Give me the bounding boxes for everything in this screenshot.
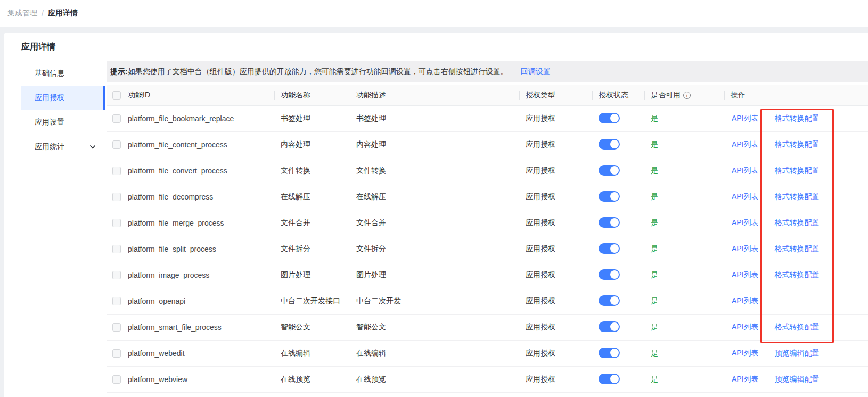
available-cell: 是 [644, 114, 724, 123]
feature-desc-cell: 文件拆分 [350, 244, 519, 254]
config-link[interactable]: 格式转换配置 [775, 114, 820, 123]
auth-status-cell [592, 269, 644, 282]
feature-id-cell: platform_file_merge_process [122, 219, 274, 227]
feature-name-cell: 文件拆分 [274, 244, 350, 254]
actions-cell: API列表 格式转换配置 [724, 322, 868, 332]
auth-status-toggle[interactable] [599, 295, 620, 306]
row-checkbox[interactable] [112, 349, 121, 358]
feature-desc-cell: 在线预览 [350, 375, 519, 384]
table-row: platform_image_process 图片处理 图片处理 应用授权 是 … [107, 262, 868, 288]
available-cell: 是 [644, 322, 724, 332]
row-checkbox[interactable] [112, 193, 121, 201]
auth-status-toggle[interactable] [599, 217, 620, 228]
auth-status-cell [592, 113, 644, 125]
api-list-link[interactable]: API列表 [732, 218, 759, 228]
config-link[interactable]: 格式转换配置 [775, 166, 820, 176]
row-checkbox[interactable] [112, 114, 121, 123]
auth-type-cell: 应用授权 [519, 296, 592, 306]
col-header-available-label: 是否可用 [651, 90, 681, 100]
feature-id-cell: platform_file_convert_process [122, 167, 274, 175]
sidebar-item-app-authorization[interactable]: 应用授权 [21, 86, 105, 110]
row-checkbox-cell [107, 245, 122, 253]
auth-status-toggle[interactable] [599, 269, 620, 280]
sidebar-item-label: 应用设置 [35, 118, 64, 127]
row-checkbox[interactable] [112, 219, 121, 227]
auth-status-toggle[interactable] [599, 243, 620, 254]
actions-cell: API列表 格式转换配置 [724, 192, 868, 202]
api-list-link[interactable]: API列表 [732, 270, 759, 280]
row-checkbox-cell [107, 193, 122, 201]
auth-status-toggle[interactable] [599, 348, 620, 358]
auth-status-cell [592, 348, 644, 360]
api-list-link[interactable]: API列表 [732, 296, 759, 306]
feature-desc-cell: 图片处理 [350, 270, 519, 280]
api-list-link[interactable]: API列表 [732, 114, 759, 123]
row-checkbox-cell [107, 375, 122, 384]
actions-cell: API列表 预览编辑配置 [724, 375, 868, 384]
app-detail-card: 应用详情 基础信息 应用授权 应用设置 应用统计 提示: 如 [4, 33, 868, 397]
auth-status-toggle[interactable] [599, 139, 620, 150]
table-row: platform_file_content_process 内容处理 内容处理 … [107, 132, 868, 158]
notice-prefix: 提示: [110, 67, 128, 77]
select-all-checkbox[interactable] [112, 91, 121, 100]
api-list-link[interactable]: API列表 [732, 349, 759, 358]
actions-cell: API列表 预览编辑配置 [724, 349, 868, 358]
auth-status-toggle[interactable] [599, 321, 620, 332]
feature-id-cell: platform_webview [122, 375, 274, 384]
row-checkbox[interactable] [112, 323, 121, 332]
available-cell: 是 [644, 192, 724, 202]
auth-status-toggle[interactable] [599, 374, 620, 384]
info-icon[interactable] [683, 92, 691, 99]
row-checkbox[interactable] [112, 297, 121, 305]
config-link[interactable]: 格式转换配置 [775, 322, 820, 332]
feature-name-cell: 内容处理 [274, 140, 350, 150]
breadcrumb-parent-link[interactable]: 集成管理 [7, 9, 37, 18]
api-list-link[interactable]: API列表 [732, 166, 759, 176]
row-checkbox[interactable] [112, 375, 121, 384]
available-cell: 是 [644, 244, 724, 254]
auth-type-cell: 应用授权 [519, 244, 592, 254]
row-checkbox[interactable] [112, 167, 121, 175]
auth-status-cell [592, 217, 644, 229]
card-body: 基础信息 应用授权 应用设置 应用统计 提示: 如果您使用了文档中台（组件版）应… [4, 61, 868, 396]
sidebar-item-label: 应用授权 [35, 93, 64, 103]
config-link[interactable]: 格式转换配置 [775, 218, 820, 228]
auth-type-cell: 应用授权 [519, 140, 592, 150]
auth-status-toggle[interactable] [599, 191, 620, 202]
row-checkbox-cell [107, 219, 122, 227]
table-row: platform_file_merge_process 文件合并 文件合并 应用… [107, 210, 868, 236]
feature-name-cell: 中台二次开发接口 [274, 296, 350, 306]
table-row: platform_file_bookmark_replace 书签处理 书签处理… [107, 106, 868, 132]
feature-name-cell: 图片处理 [274, 270, 350, 280]
sidebar-item-app-settings[interactable]: 应用设置 [21, 110, 105, 135]
config-link[interactable]: 格式转换配置 [775, 192, 820, 202]
config-link[interactable]: 格式转换配置 [775, 244, 820, 254]
col-header-feature-name: 功能名称 [274, 90, 350, 100]
actions-cell: API列表 格式转换配置 [724, 140, 868, 150]
main-panel: 提示: 如果您使用了文档中台（组件版）应用提供的开放能力，您可能需要进行功能回调… [105, 61, 868, 396]
config-link[interactable]: 预览编辑配置 [775, 349, 820, 358]
auth-status-cell [592, 165, 644, 177]
api-list-link[interactable]: API列表 [732, 192, 759, 202]
config-link[interactable]: 格式转换配置 [775, 270, 820, 280]
row-checkbox[interactable] [112, 140, 121, 149]
auth-status-toggle[interactable] [599, 113, 620, 123]
row-checkbox[interactable] [112, 271, 121, 279]
api-list-link[interactable]: API列表 [732, 244, 759, 254]
config-link[interactable]: 预览编辑配置 [775, 375, 820, 384]
auth-type-cell: 应用授权 [519, 166, 592, 176]
actions-cell: API列表 格式转换配置 [724, 218, 868, 228]
row-checkbox-cell [107, 140, 122, 149]
feature-desc-cell: 在线解压 [350, 192, 519, 202]
api-list-link[interactable]: API列表 [732, 322, 759, 332]
table-row: platform_openapi 中台二次开发接口 中台二次开发 应用授权 是 … [107, 288, 868, 315]
callback-settings-link[interactable]: 回调设置 [521, 67, 551, 77]
sidebar-item-app-statistics[interactable]: 应用统计 [21, 135, 105, 159]
api-list-link[interactable]: API列表 [732, 140, 759, 150]
config-link[interactable]: 格式转换配置 [775, 140, 820, 150]
api-list-link[interactable]: API列表 [732, 375, 759, 384]
sidebar-item-basic-info[interactable]: 基础信息 [21, 61, 105, 86]
auth-status-toggle[interactable] [599, 165, 620, 176]
row-checkbox[interactable] [112, 245, 121, 253]
available-cell: 是 [644, 349, 724, 358]
